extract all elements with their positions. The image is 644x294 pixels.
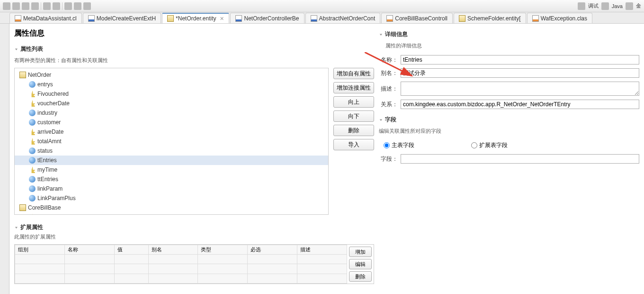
column-header[interactable]: 别名: [148, 245, 198, 255]
house-icon[interactable]: [626, 2, 633, 10]
tree-node[interactable]: tEntries: [15, 156, 328, 165]
ext-header[interactable]: 扩展属性: [14, 223, 374, 231]
page-title: 属性信息: [14, 28, 374, 38]
toolbar-icon[interactable]: [3, 2, 10, 10]
attr-button-column: 增加自有属性 增加连接属性 向上 向下 删除 导入: [333, 68, 374, 215]
tree-node[interactable]: ttEntries: [15, 175, 328, 184]
tree-node-label: Fivouchered: [37, 91, 69, 97]
toolbar-icon[interactable]: [64, 2, 72, 10]
tab-netorderentity[interactable]: *NetOrder.entity✕: [162, 13, 229, 23]
main-field-radio-label: 主表字段: [392, 141, 414, 149]
move-up-button[interactable]: 向上: [333, 96, 374, 108]
key-icon: [29, 129, 36, 135]
entity-icon: [19, 72, 26, 78]
tree-node-label: LinkParamPlus: [37, 195, 76, 202]
name-label: 名称：: [379, 56, 398, 64]
java-icon[interactable]: [601, 2, 609, 10]
tab-abstractnetordercont[interactable]: AbstractNetOrderCont: [305, 13, 381, 23]
table-row[interactable]: [15, 255, 347, 264]
toolbar-icon[interactable]: [74, 2, 81, 10]
tree-root[interactable]: CoreBillBase: [15, 203, 328, 212]
column-header[interactable]: 类型: [198, 245, 248, 255]
circle-blue-icon: [29, 157, 36, 164]
tab-label: ModelCreateEventExtH: [97, 15, 156, 22]
tree-scroll[interactable]: NetOrderentrysFivoucheredvoucherDateindu…: [15, 68, 328, 214]
tree-node-label: industry: [37, 110, 57, 116]
import-button[interactable]: 导入: [333, 139, 374, 150]
attr-tree: NetOrderentrysFivoucheredvoucherDateindu…: [14, 68, 329, 215]
tab-wafexceptionclas[interactable]: WafException.clas: [527, 13, 592, 23]
content: 属性信息 属性列表 有两种类型的属性：自有属性和关联属性 NetOrderent…: [0, 24, 644, 294]
tab-modelcreateeventexth[interactable]: ModelCreateEventExtH: [83, 13, 161, 23]
relation-input[interactable]: [401, 100, 639, 109]
ext-section: 扩展属性 此属性的扩展属性 组别名称值别名类型必选描述 增加 编辑: [14, 221, 374, 284]
tree-node[interactable]: status: [15, 146, 328, 156]
separator: [62, 2, 63, 10]
perspective-open-icon[interactable]: [578, 2, 585, 10]
toolbar-icon[interactable]: [43, 2, 51, 10]
tree-node[interactable]: arriveDate: [15, 127, 328, 137]
tree-node[interactable]: customer: [15, 118, 328, 127]
tree-node[interactable]: industry: [15, 108, 328, 118]
name-input[interactable]: [401, 55, 639, 64]
tree-node[interactable]: totalAmnt: [15, 137, 328, 146]
table-row[interactable]: [15, 274, 347, 283]
tree-node-label: tEntries: [37, 157, 57, 164]
perspective-debug[interactable]: 调试: [588, 2, 599, 9]
ext-add-button[interactable]: 增加: [349, 247, 372, 257]
tree-node[interactable]: Fivouchered: [15, 89, 328, 99]
toolbar-icon[interactable]: [83, 2, 91, 10]
tab-label: NetOrderControllerBe: [244, 15, 299, 22]
add-own-attr-button[interactable]: 增加自有属性: [333, 68, 374, 79]
toolbar-icon[interactable]: [22, 2, 29, 10]
tab-netordercontrollerbe[interactable]: NetOrderControllerBe: [230, 13, 304, 23]
close-icon[interactable]: ✕: [220, 16, 224, 22]
column-header[interactable]: 描述: [297, 245, 347, 255]
main-field-radio-input[interactable]: [384, 142, 390, 148]
field-input[interactable]: [401, 154, 639, 164]
ext-field-radio[interactable]: 扩展表字段: [471, 141, 508, 149]
tree-node-label: entrys: [37, 81, 53, 88]
toolbar-icon[interactable]: [12, 2, 20, 10]
tab-metadataassistantcl[interactable]: MetaDataAssistant.cl: [9, 13, 82, 23]
move-down-button[interactable]: 向下: [333, 110, 374, 122]
tree-node-label: linkParam: [37, 185, 63, 192]
toolbar-icon[interactable]: [31, 2, 39, 10]
tab-label: MetaDataAssistant.cl: [23, 15, 77, 22]
tab-schemefolderentity[interactable]: SchemeFolder.entity[: [454, 13, 526, 23]
tree-node[interactable]: myTime: [15, 165, 328, 175]
tree-node[interactable]: LinkParamPlus: [15, 193, 328, 203]
key-icon: [29, 166, 36, 173]
tree-node[interactable]: number: [15, 212, 328, 214]
table-row[interactable]: [15, 264, 347, 274]
tree-node[interactable]: voucherDate: [15, 99, 328, 108]
editor-tabs: MetaDataAssistant.clModelCreateEventExtH…: [0, 12, 644, 24]
ext-delete-button[interactable]: 删除: [349, 271, 372, 282]
add-link-attr-button[interactable]: 增加连接属性: [333, 82, 374, 93]
tree-node-label: voucherDate: [37, 100, 70, 107]
perspective-java[interactable]: Java: [612, 3, 623, 9]
column-header[interactable]: 必选: [248, 245, 297, 255]
column-header[interactable]: 名称: [64, 245, 114, 255]
ext-field-radio-input[interactable]: [471, 142, 477, 148]
field-section-header[interactable]: 字段: [379, 116, 639, 124]
tree-node[interactable]: linkParam: [15, 184, 328, 193]
alias-input[interactable]: [401, 68, 639, 78]
desc-input[interactable]: [401, 82, 639, 96]
detail-header[interactable]: 详细信息: [379, 30, 639, 38]
column-header[interactable]: 值: [114, 245, 148, 255]
tree-node[interactable]: entrys: [15, 80, 328, 89]
perspective-z[interactable]: 金: [636, 2, 641, 9]
tree-node-label: myTime: [37, 166, 57, 173]
toolbar-icon[interactable]: [53, 2, 60, 10]
column-header[interactable]: 组别: [15, 245, 65, 255]
main-field-radio[interactable]: 主表字段: [384, 141, 414, 149]
entity-icon: [167, 15, 174, 22]
ext-edit-button[interactable]: 编辑: [349, 259, 372, 269]
delete-button[interactable]: 删除: [333, 125, 374, 136]
doc-blue-icon: [311, 15, 317, 22]
separator: [41, 2, 41, 10]
attr-list-header[interactable]: 属性列表: [14, 45, 374, 53]
tab-corebillbasecontroll[interactable]: CoreBillBaseControll: [381, 13, 453, 23]
tree-root[interactable]: NetOrder: [15, 70, 328, 80]
